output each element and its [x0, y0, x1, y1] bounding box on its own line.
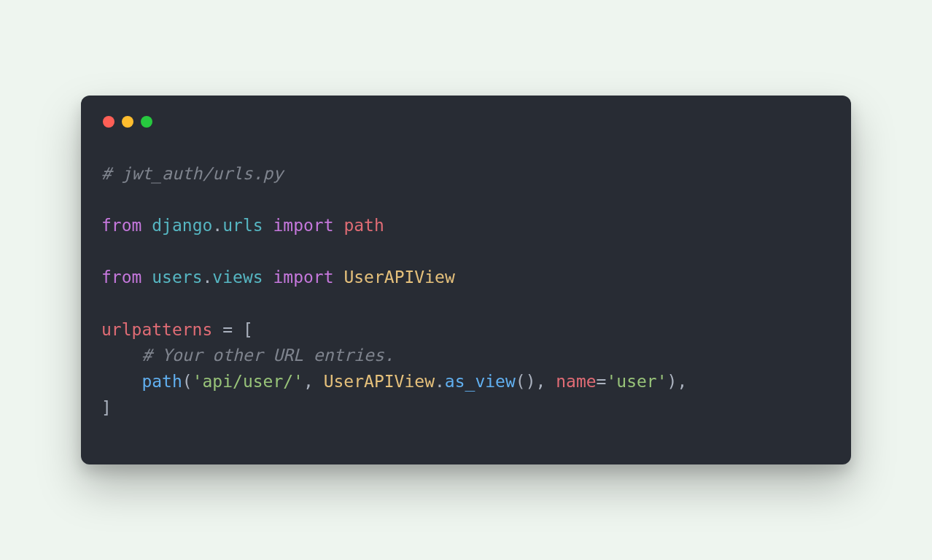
code-keyword: import: [273, 216, 333, 235]
maximize-icon[interactable]: [141, 116, 152, 128]
code-var: urlpatterns: [101, 320, 212, 339]
code-string: 'api/user/': [193, 372, 303, 391]
code-indent: [101, 346, 141, 365]
code-class: UserAPIView: [343, 268, 454, 287]
code-class: UserAPIView: [324, 372, 435, 391]
code-punct: .: [203, 268, 213, 287]
code-func: as_view: [445, 372, 516, 391]
code-punct: ,: [536, 372, 556, 391]
code-punct: (: [182, 372, 193, 391]
code-name: path: [343, 216, 384, 235]
code-punct: =: [597, 372, 607, 391]
close-icon[interactable]: [103, 116, 114, 128]
code-punct: (): [516, 372, 536, 391]
minimize-icon[interactable]: [122, 116, 133, 128]
code-comment: # jwt_auth/urls.py: [101, 164, 283, 183]
code-keyword: from: [101, 268, 141, 287]
code-func: path: [141, 372, 182, 391]
code-string: 'user': [606, 372, 667, 391]
code-window: # jwt_auth/urls.py from django.urls impo…: [81, 96, 851, 464]
code-punct: .: [435, 372, 445, 391]
code-punct: ]: [101, 398, 112, 417]
traffic-lights: [103, 116, 831, 128]
code-comment: # Your other URL entries.: [141, 346, 394, 365]
code-punct: [: [243, 320, 253, 339]
code-keyword: import: [273, 268, 333, 287]
code-block: # jwt_auth/urls.py from django.urls impo…: [101, 161, 831, 421]
code-module: urls: [222, 216, 263, 235]
code-punct: ),: [667, 372, 688, 391]
code-param: name: [556, 372, 596, 391]
code-punct: =: [212, 320, 243, 339]
code-indent: [101, 372, 141, 391]
code-module: django: [152, 216, 212, 235]
code-module: users: [152, 268, 202, 287]
code-punct: .: [212, 216, 222, 235]
code-module: views: [212, 268, 263, 287]
code-keyword: from: [101, 216, 141, 235]
code-punct: ,: [303, 372, 324, 391]
